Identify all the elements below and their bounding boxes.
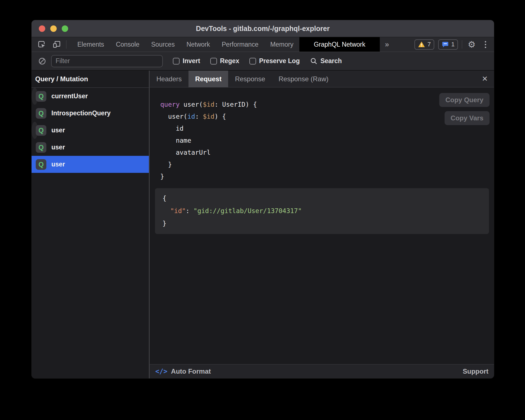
issues-badge[interactable]: 1 (438, 39, 458, 50)
message-icon (442, 41, 449, 48)
tab-network[interactable]: Network (181, 37, 216, 52)
code-keyword: query (160, 101, 180, 108)
screenshot-stage: DevTools - gitlab.com/-/graphql-explorer (0, 0, 525, 420)
query-list-item-user-1[interactable]: Q user (32, 122, 38, 139)
tab-headers[interactable]: Headers (150, 71, 188, 87)
warnings-badge[interactable]: 7 (414, 39, 434, 50)
query-list-header: Query / Mutation (32, 71, 149, 88)
search-icon (310, 57, 318, 65)
tab-performance[interactable]: Performance (216, 37, 264, 52)
devtools-toolbar: Elements Console Sources Network Perform… (32, 37, 494, 52)
tab-memory[interactable]: Memory (264, 37, 299, 52)
query-list-item-currentUser[interactable]: Q currentUser (32, 88, 38, 105)
regex-checkbox[interactable] (210, 58, 217, 65)
variables-box: { "id": "gid://gitlab/User/13704317"} (155, 188, 489, 234)
query-list-item-label: currentUser (51, 92, 88, 100)
variables-json: { "id": "gid://gitlab/User/13704317"} (155, 188, 489, 230)
query-type-badge: Q (36, 159, 46, 170)
query-list-item-label: IntrospectionQuery (51, 109, 111, 117)
code-variable: $id (203, 101, 214, 108)
warning-icon (418, 41, 425, 48)
tab-response-raw[interactable]: Response (Raw) (272, 71, 335, 87)
tab-request[interactable]: Request (188, 71, 228, 87)
invert-label: Invert (183, 57, 200, 65)
tab-graphql-network[interactable]: GraphQL Network (299, 37, 380, 52)
copy-vars-button[interactable]: Copy Vars (445, 111, 490, 125)
inspect-element-icon[interactable] (36, 39, 47, 50)
search-control[interactable]: Search (310, 57, 342, 65)
more-options-kebab-icon[interactable] (481, 41, 490, 48)
main-split: Query / Mutation Q currentUser Q Introsp… (32, 71, 494, 378)
filter-input[interactable] (51, 55, 163, 67)
detail-footer: </> Auto Format Support (150, 364, 494, 378)
regex-checkbox-group: Regex (210, 57, 239, 65)
more-tabs-chevron-icon[interactable]: » (380, 37, 393, 52)
auto-format-button[interactable]: Auto Format (171, 367, 211, 375)
warning-count: 7 (428, 41, 431, 48)
graphql-query-code: query user($id: UserID) { user(id: $id) … (160, 99, 494, 183)
panel-tabs: Elements Console Sources Network Perform… (71, 37, 380, 52)
preserve-log-checkbox-group: Preserve Log (249, 57, 300, 65)
query-type-badge: Q (36, 108, 46, 119)
settings-gear-icon[interactable]: ⚙ (466, 39, 477, 50)
filter-bar: Invert Regex Preserve Log Search (32, 52, 494, 71)
query-type-badge: Q (36, 142, 46, 153)
issues-count: 1 (451, 41, 455, 48)
close-detail-icon[interactable]: ✕ (476, 71, 494, 87)
preserve-log-checkbox[interactable] (249, 58, 256, 65)
toolbar-right-controls: 7 1 ⚙ (414, 37, 494, 52)
query-list-item-label: user (51, 127, 65, 134)
device-toolbar-icon[interactable] (51, 39, 62, 50)
tab-sources[interactable]: Sources (145, 37, 180, 52)
copy-query-button[interactable]: Copy Query (439, 93, 490, 107)
toolbar-icons (32, 37, 66, 52)
detail-tabs: Headers Request Response Response (Raw) … (150, 71, 494, 87)
request-detail-panel: Headers Request Response Response (Raw) … (150, 71, 494, 378)
code-format-icon: </> (155, 367, 167, 375)
toolbar-separator (66, 40, 66, 49)
json-string-value: "gid://gitlab/User/13704317" (194, 207, 302, 214)
invert-checkbox[interactable] (173, 58, 180, 65)
tab-response[interactable]: Response (228, 71, 272, 87)
support-link[interactable]: Support (463, 367, 488, 375)
query-list-item-label: user (51, 161, 65, 168)
search-label: Search (320, 57, 342, 65)
regex-label: Regex (220, 57, 239, 65)
clear-block-icon[interactable] (37, 56, 48, 67)
tab-elements[interactable]: Elements (71, 37, 110, 52)
toolbar-separator-2 (462, 40, 462, 49)
query-type-badge: Q (36, 125, 46, 136)
query-type-badge: Q (36, 91, 46, 102)
preserve-log-label: Preserve Log (259, 57, 300, 65)
query-list-item-user-3-selected[interactable]: Q user (32, 156, 149, 173)
tab-console[interactable]: Console (110, 37, 145, 52)
query-list-item-user-2[interactable]: Q user (32, 139, 149, 156)
query-list-item-introspectionquery[interactable]: Q IntrospectionQuery (32, 105, 149, 122)
devtools-window: DevTools - gitlab.com/-/graphql-explorer (32, 20, 494, 378)
json-key: "id" (170, 207, 186, 214)
query-list-item-label: user (51, 144, 65, 151)
request-content: query user($id: UserID) { user(id: $id) … (150, 87, 494, 364)
query-list-panel: Query / Mutation Q currentUser Q Introsp… (32, 71, 149, 378)
code-argument: id (187, 113, 195, 120)
code-variable: $id (203, 113, 214, 120)
invert-checkbox-group: Invert (173, 57, 200, 65)
title-bar: DevTools - gitlab.com/-/graphql-explorer (32, 20, 494, 37)
window-title: DevTools - gitlab.com/-/graphql-explorer (32, 25, 494, 33)
